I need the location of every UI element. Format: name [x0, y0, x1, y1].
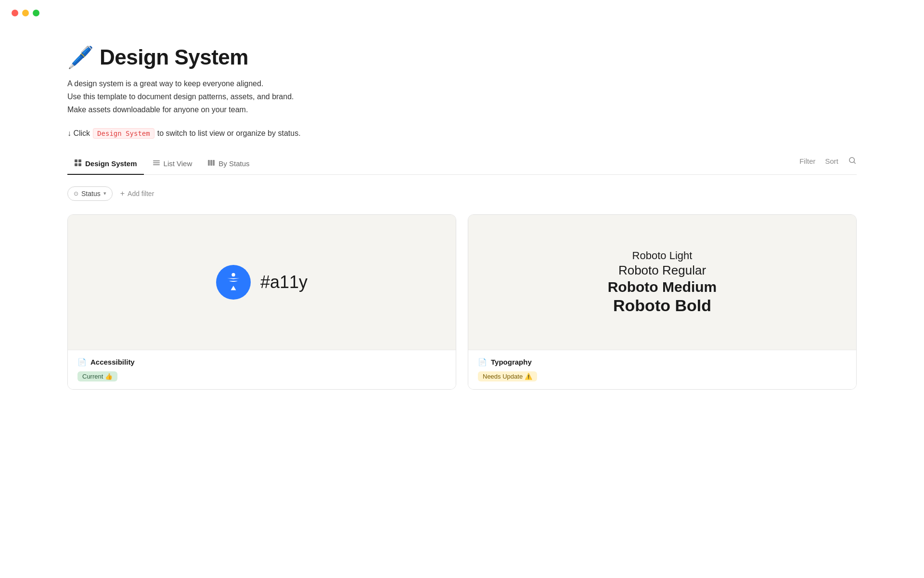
- svg-rect-7: [208, 160, 210, 166]
- page-hint: ↓ Click Design System to switch to list …: [67, 128, 857, 139]
- filter-action[interactable]: Filter: [799, 157, 815, 165]
- card-typography-preview: Roboto Light Roboto Regular Roboto Mediu…: [468, 215, 856, 350]
- svg-rect-5: [153, 162, 160, 163]
- svg-rect-3: [78, 163, 81, 166]
- grid-icon: [74, 159, 82, 168]
- accessibility-icon: [216, 265, 251, 300]
- typo-medium: Roboto Medium: [608, 279, 717, 295]
- tab-design-system-label: Design System: [85, 159, 137, 168]
- card-accessibility-footer: 📄 Accessibility Current 👍: [68, 350, 456, 389]
- card-typography-title: Typography: [491, 358, 532, 366]
- traffic-lights: [0, 0, 924, 26]
- card-accessibility-title: Accessibility: [90, 358, 135, 366]
- description-line-1: A design system is a great way to keep e…: [67, 77, 857, 90]
- tab-list-view-label: List View: [164, 159, 192, 168]
- typo-regular: Roboto Regular: [618, 263, 706, 278]
- svg-rect-8: [210, 160, 212, 166]
- add-filter-label: Add filter: [128, 190, 154, 197]
- description-line-3: Make assets downloadable for anyone on y…: [67, 103, 857, 116]
- page-emoji: 🖊️: [67, 47, 94, 68]
- card-typography[interactable]: Roboto Light Roboto Regular Roboto Mediu…: [468, 214, 857, 390]
- hint-suffix: to switch to list view or organize by st…: [157, 129, 301, 138]
- tab-design-system[interactable]: Design System: [67, 154, 144, 175]
- card-accessibility-preview: #a11y: [68, 215, 456, 350]
- page-title-row: 🖊️ Design System: [67, 45, 857, 69]
- svg-point-10: [849, 158, 855, 163]
- page-title: Design System: [100, 45, 248, 69]
- chevron-down-icon: ▾: [103, 190, 106, 197]
- description-line-2: Use this template to document design pat…: [67, 90, 857, 103]
- a11y-preview: #a11y: [216, 265, 308, 300]
- card-accessibility-title-row: 📄 Accessibility: [77, 358, 446, 367]
- card-typography-badge: Needs Update ⚠️: [478, 371, 537, 381]
- minimize-button[interactable]: [22, 10, 29, 16]
- card-typography-title-row: 📄 Typography: [478, 358, 847, 367]
- page-header: 🖊️ Design System A design system is a gr…: [67, 45, 857, 139]
- add-filter-button[interactable]: + Add filter: [118, 186, 156, 201]
- tabs-left: Design System List View By Status: [67, 154, 257, 174]
- status-filter-label: Status: [81, 190, 101, 197]
- svg-rect-9: [213, 160, 215, 166]
- filter-bar: ⊙ Status ▾ + Add filter: [67, 186, 857, 201]
- tab-by-status-label: By Status: [218, 159, 249, 168]
- sort-action[interactable]: Sort: [825, 157, 838, 165]
- hint-arrow: ↓ Click: [67, 129, 90, 138]
- document-icon: 📄: [77, 358, 87, 367]
- card-accessibility[interactable]: #a11y 📄 Accessibility Current 👍: [67, 214, 456, 390]
- maximize-button[interactable]: [33, 10, 39, 16]
- a11y-text: #a11y: [260, 272, 308, 292]
- svg-rect-1: [78, 159, 81, 162]
- close-button[interactable]: [12, 10, 18, 16]
- svg-rect-2: [75, 163, 77, 166]
- typo-light: Roboto Light: [632, 250, 693, 262]
- svg-line-11: [854, 162, 855, 163]
- svg-rect-0: [75, 159, 77, 162]
- svg-rect-4: [153, 160, 160, 161]
- tabs-right: Filter Sort: [799, 156, 857, 172]
- tabs-row: Design System List View By Status: [67, 154, 857, 175]
- card-typography-footer: 📄 Typography Needs Update ⚠️: [468, 350, 856, 389]
- document-icon-2: 📄: [478, 358, 487, 367]
- svg-point-12: [231, 273, 235, 276]
- filter-chip-icon: ⊙: [74, 190, 78, 197]
- svg-rect-6: [153, 164, 160, 165]
- columns-icon: [207, 159, 215, 168]
- typo-bold: Roboto Bold: [613, 296, 711, 315]
- status-filter-chip[interactable]: ⊙ Status ▾: [67, 186, 113, 201]
- plus-icon: +: [120, 189, 125, 198]
- cards-grid: #a11y 📄 Accessibility Current 👍 Roboto L…: [67, 214, 857, 390]
- tab-by-status[interactable]: By Status: [201, 154, 256, 175]
- search-icon[interactable]: [848, 156, 857, 167]
- card-accessibility-badge: Current 👍: [77, 371, 117, 381]
- main-content: 🖊️ Design System A design system is a gr…: [0, 26, 924, 419]
- tab-list-view[interactable]: List View: [146, 154, 199, 175]
- page-description: A design system is a great way to keep e…: [67, 77, 857, 117]
- hint-code[interactable]: Design System: [93, 128, 154, 139]
- list-icon: [153, 159, 160, 168]
- typo-preview: Roboto Light Roboto Regular Roboto Mediu…: [608, 250, 717, 315]
